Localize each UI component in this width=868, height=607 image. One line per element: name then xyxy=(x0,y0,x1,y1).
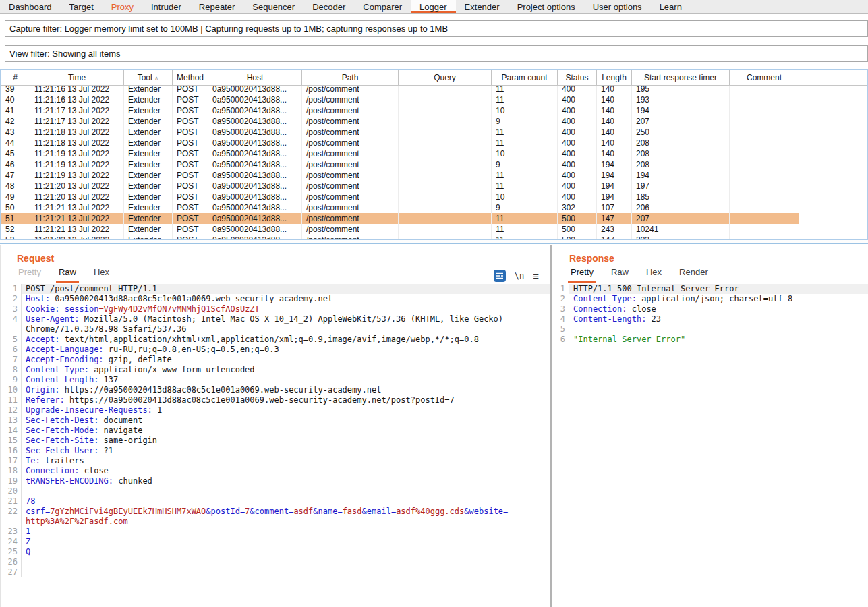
request-tab-hex[interactable]: Hex xyxy=(91,267,112,283)
code-line[interactable]: 11Referer: https://0a9500020413d88ac08c5… xyxy=(1,395,551,405)
code-text: Connection: close xyxy=(22,466,551,476)
table-horizontal-scrollbar[interactable] xyxy=(0,239,868,244)
table-cell-length: 243 xyxy=(597,224,632,235)
request-tab-pretty[interactable]: Pretty xyxy=(16,267,44,283)
table-row[interactable]: 5211:21:21 13 Jul 2022ExtenderPOST0a9500… xyxy=(1,224,799,235)
table-cell-param-count: 11 xyxy=(492,86,558,94)
column-header-param-count[interactable]: Param count xyxy=(492,70,558,85)
table-row[interactable]: 4311:21:18 13 Jul 2022ExtenderPOST0a9500… xyxy=(1,127,799,138)
column-header-host[interactable]: Host xyxy=(208,70,302,85)
column-header-path[interactable]: Path xyxy=(302,70,399,85)
tab-logger[interactable]: Logger xyxy=(411,0,455,13)
table-row[interactable]: 5311:21:22 13 Jul 2022ExtenderPOST0a9500… xyxy=(1,235,799,239)
code-line[interactable]: 22csrf=7gYzhMCiFvi4gBEyUEEk7HmHSHM7xWAO&… xyxy=(1,507,551,517)
table-row[interactable]: 5011:21:21 13 Jul 2022ExtenderPOST0a9500… xyxy=(1,202,799,213)
code-line[interactable]: 3Cookie: session=VgFWy4D2vMfON7vMNMhjQ1S… xyxy=(1,304,551,314)
table-row[interactable]: 4011:21:16 13 Jul 2022ExtenderPOST0a9500… xyxy=(1,94,799,105)
request-tab-raw[interactable]: Raw xyxy=(56,267,79,283)
request-editor[interactable]: 1POST /post/comment HTTP/1.12Host: 0a950… xyxy=(1,284,551,607)
column-header--[interactable]: # xyxy=(1,70,30,85)
column-header-start-response-timer[interactable]: Start response timer xyxy=(632,70,730,85)
column-header-method[interactable]: Method xyxy=(173,70,208,85)
response-editor[interactable]: 1HTTP/1.1 500 Internal Server Error2Cont… xyxy=(553,284,868,607)
response-tab-pretty[interactable]: Pretty xyxy=(568,267,596,283)
capture-filter-bar[interactable]: Capture filter: Logger memory limit set … xyxy=(5,20,868,37)
code-line[interactable]: 25Q xyxy=(1,547,551,557)
panel-menu-icon[interactable]: ≡ xyxy=(533,270,539,282)
table-cell-length: 140 xyxy=(597,94,632,105)
table-row[interactable]: 4711:21:19 13 Jul 2022ExtenderPOST0a9500… xyxy=(1,170,799,181)
tab-decoder[interactable]: Decoder xyxy=(303,0,354,13)
table-row[interactable]: 3911:21:16 13 Jul 2022ExtenderPOST0a9500… xyxy=(1,86,799,94)
view-filter-bar[interactable]: View filter: Showing all items xyxy=(5,45,868,62)
response-tab-raw[interactable]: Raw xyxy=(608,267,631,283)
code-line[interactable]: 231 xyxy=(1,527,551,537)
code-line[interactable]: 10Origin: https://0a9500020413d88ac08c5c… xyxy=(1,385,551,395)
panel-divider[interactable] xyxy=(550,245,552,607)
tab-intruder[interactable]: Intruder xyxy=(142,0,190,13)
column-header-query[interactable]: Query xyxy=(399,70,492,85)
code-line[interactable]: 4User-Agent: Mozilla/5.0 (Macintosh; Int… xyxy=(1,314,551,324)
prettify-icon[interactable] xyxy=(494,270,506,282)
table-cell-tool: Extender xyxy=(124,213,173,224)
code-line[interactable]: 20 xyxy=(1,486,551,496)
code-line[interactable]: 6Accept-Language: ru-RU,ru;q=0.8,en-US;q… xyxy=(1,345,551,355)
code-line[interactable]: Chrome/71.0.3578.98 Safari/537.36 xyxy=(1,324,551,335)
tab-user-options[interactable]: User options xyxy=(584,0,651,13)
code-line[interactable]: 5Accept: text/html,application/xhtml+xml… xyxy=(1,335,551,345)
table-row[interactable]: 4411:21:18 13 Jul 2022ExtenderPOST0a9500… xyxy=(1,138,799,148)
table-row[interactable]: 4511:21:19 13 Jul 2022ExtenderPOST0a9500… xyxy=(1,148,799,159)
code-line[interactable]: 1HTTP/1.1 500 Internal Server Error xyxy=(553,284,868,294)
code-line[interactable]: 8Content-Type: application/x-www-form-ur… xyxy=(1,365,551,375)
code-line[interactable]: 16Sec-Fetch-User: ?1 xyxy=(1,446,551,456)
code-line[interactable]: 17Te: trailers xyxy=(1,456,551,466)
table-row[interactable]: 4111:21:17 13 Jul 2022ExtenderPOST0a9500… xyxy=(1,105,799,116)
column-header-comment[interactable]: Comment xyxy=(730,70,799,85)
code-line[interactable]: 13Sec-Fetch-Dest: document xyxy=(1,415,551,426)
code-line[interactable]: http%3A%2F%2Fasdf.com xyxy=(1,517,551,527)
code-line[interactable]: 2Host: 0a9500020413d88ac08c5c1e001a0069.… xyxy=(1,294,551,304)
code-line[interactable]: 2Content-Type: application/json; charset… xyxy=(553,294,868,304)
table-row[interactable]: 5111:21:21 13 Jul 2022ExtenderPOST0a9500… xyxy=(1,213,799,224)
tab-dashboard[interactable]: Dashboard xyxy=(0,0,61,13)
code-line[interactable]: 12Upgrade-Insecure-Requests: 1 xyxy=(1,405,551,415)
table-cell-length: 194 xyxy=(597,159,632,170)
code-line[interactable]: 1POST /post/comment HTTP/1.1 xyxy=(1,284,551,294)
column-header-time[interactable]: Time xyxy=(30,70,124,85)
code-line[interactable]: 4Content-Length: 23 xyxy=(553,314,868,324)
code-line[interactable]: 3Connection: close xyxy=(553,304,868,314)
table-row[interactable]: 4611:21:19 13 Jul 2022ExtenderPOST0a9500… xyxy=(1,159,799,170)
table-cell-start-response-timer: 207 xyxy=(632,213,730,224)
code-line[interactable]: 26 xyxy=(1,557,551,567)
tab-learn[interactable]: Learn xyxy=(651,0,691,13)
table-cell-param-count: 10 xyxy=(492,192,558,202)
tab-sequencer[interactable]: Sequencer xyxy=(243,0,303,13)
code-line[interactable]: 14Sec-Fetch-Mode: navigate xyxy=(1,426,551,436)
code-line[interactable]: 9Content-Length: 137 xyxy=(1,375,551,385)
code-line[interactable]: 5 xyxy=(553,324,868,335)
response-tab-render[interactable]: Render xyxy=(676,267,711,283)
tab-target[interactable]: Target xyxy=(61,0,103,13)
response-tab-hex[interactable]: Hex xyxy=(643,267,664,283)
column-header-status[interactable]: Status xyxy=(558,70,597,85)
code-line[interactable]: 2178 xyxy=(1,496,551,507)
code-line[interactable]: 18Connection: close xyxy=(1,466,551,476)
tab-comparer[interactable]: Comparer xyxy=(354,0,411,13)
table-row[interactable]: 4211:21:17 13 Jul 2022ExtenderPOST0a9500… xyxy=(1,116,799,127)
table-cell-status: 400 xyxy=(558,94,597,105)
tab-project-options[interactable]: Project options xyxy=(509,0,584,13)
table-row[interactable]: 4911:21:20 13 Jul 2022ExtenderPOST0a9500… xyxy=(1,192,799,202)
table-row[interactable]: 4811:21:20 13 Jul 2022ExtenderPOST0a9500… xyxy=(1,181,799,192)
code-line[interactable]: 19tRANSFER-ENCODING: chunked xyxy=(1,476,551,486)
code-line[interactable]: 7Accept-Encoding: gzip, deflate xyxy=(1,355,551,365)
code-line[interactable]: 27 xyxy=(1,567,551,577)
column-header-length[interactable]: Length xyxy=(597,70,632,85)
tab-extender[interactable]: Extender xyxy=(456,0,509,13)
column-header-tool[interactable]: Tool∧ xyxy=(124,70,173,85)
tab-proxy[interactable]: Proxy xyxy=(103,0,142,13)
newline-toggle-icon[interactable]: \n xyxy=(515,271,524,281)
code-line[interactable]: 24Z xyxy=(1,537,551,547)
tab-repeater[interactable]: Repeater xyxy=(190,0,243,13)
code-line[interactable]: 6"Internal Server Error" xyxy=(553,335,868,345)
code-line[interactable]: 15Sec-Fetch-Site: same-origin xyxy=(1,436,551,446)
